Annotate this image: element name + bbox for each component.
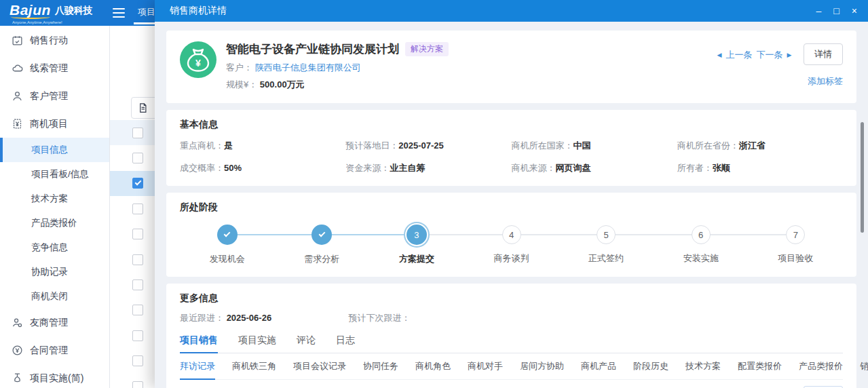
subtab-stage-history[interactable]: 阶段历史 xyxy=(633,353,668,379)
tab-project-implementation[interactable]: 项目实施 xyxy=(238,330,276,353)
row-checkbox[interactable] xyxy=(132,381,143,388)
subtab-visit-records[interactable]: 拜访记录 xyxy=(180,353,215,379)
row-checkbox[interactable] xyxy=(132,254,143,265)
menu-icon[interactable] xyxy=(113,8,125,18)
stage-step-7[interactable]: 7 项目验收 xyxy=(748,225,843,265)
money-bag-icon: ¥ xyxy=(180,41,216,78)
row-checkbox[interactable] xyxy=(132,305,143,315)
row-checkbox[interactable] xyxy=(132,229,143,239)
check-icon xyxy=(217,225,238,245)
prev-arrow-icon[interactable]: ◀ xyxy=(717,52,722,58)
tab-logs[interactable]: 日志 xyxy=(336,330,355,353)
sidebar-item-product-quote[interactable]: 产品类报价 xyxy=(0,211,109,235)
stage-step-3-current[interactable]: 3 方案提交 xyxy=(369,225,464,265)
table-row xyxy=(110,323,155,348)
opportunity-detail-modal: 销售商机详情 – □ × ¥ 智能电子设备产业链协同发展计划 解决方案 客户： xyxy=(155,0,868,388)
sidebar-item-opportunities[interactable]: 商机项目 xyxy=(0,110,109,138)
sidebar-item-assist-record[interactable]: 协助记录 xyxy=(0,260,109,284)
row-checkbox[interactable] xyxy=(132,153,143,163)
add-tag-link[interactable]: 添加标签 xyxy=(717,75,843,88)
sidebar-item-customers[interactable]: 客户管理 xyxy=(0,82,109,110)
customer-link[interactable]: 陕西电子信息集团有限公司 xyxy=(255,62,361,73)
solution-badge: 解决方案 xyxy=(405,42,449,56)
scale-value: 500.00万元 xyxy=(260,79,305,90)
customer-label: 客户： xyxy=(226,62,252,73)
subtab-iron-triangle[interactable]: 商机铁三角 xyxy=(232,353,276,379)
scale-label: 规模¥： xyxy=(226,79,257,90)
stage-card: 所处阶段 发现机会 需求分析 3 方案提交 4 商务谈判 xyxy=(166,193,856,277)
opportunity-summary-card: ¥ 智能电子设备产业链协同发展计划 解决方案 客户： 陕西电子信息集团有限公司 … xyxy=(166,31,856,103)
sidebar-item-project-info[interactable]: 项目信息 xyxy=(0,138,109,162)
table-row xyxy=(110,349,155,374)
more-info-title: 更多信息 xyxy=(180,292,843,305)
step-number: 7 xyxy=(786,225,805,244)
row-checkbox[interactable] xyxy=(132,203,143,214)
step-number: 5 xyxy=(597,225,616,244)
info-field: 商机所在国家：中国 xyxy=(512,140,677,152)
info-field: 预计落地日：2025-07-25 xyxy=(345,140,511,152)
subtab-opp-roles[interactable]: 商机角色 xyxy=(415,353,451,379)
next-record-link[interactable]: 下一条 xyxy=(756,49,782,61)
info-field: 商机来源：网页询盘 xyxy=(512,162,677,174)
sidebar: 销售行动 线索管理 客户管理 商机项目 项目信息 项目看板/信息 技术方案 产品… xyxy=(0,26,110,388)
subtab-sales-contract[interactable]: 销售合同 xyxy=(860,353,868,379)
next-arrow-icon[interactable]: ▶ xyxy=(787,52,791,58)
sidebar-item-project-board[interactable]: 项目看板/信息 xyxy=(0,162,109,187)
sidebar-item-sales-action[interactable]: 销售行动 xyxy=(0,26,109,54)
stage-step-6[interactable]: 6 安装实施 xyxy=(654,225,749,265)
row-checkbox[interactable] xyxy=(132,330,143,341)
subtab-intermediary[interactable]: 居间方协助 xyxy=(520,353,564,379)
subtab-collab-tasks[interactable]: 协同任务 xyxy=(363,353,398,379)
svg-text:¥: ¥ xyxy=(195,58,201,69)
app-logo: Bajun Anyone,Anytime,Anywhere! 八骏科技 xyxy=(0,2,93,24)
modal-scrollbar-thumb[interactable] xyxy=(861,122,864,233)
contract-icon xyxy=(12,345,23,356)
row-checkbox[interactable] xyxy=(132,279,143,290)
subtab-config-quote[interactable]: 配置类报价 xyxy=(738,353,782,379)
next-follow-field: 预计下次跟进： xyxy=(349,312,844,324)
subtab-meeting-records[interactable]: 项目会议记录 xyxy=(293,353,346,379)
table-row xyxy=(110,145,155,170)
close-icon[interactable]: × xyxy=(852,6,857,16)
cloud-icon xyxy=(12,62,23,74)
calendar-action-icon xyxy=(12,35,23,46)
row-checkbox[interactable] xyxy=(132,128,143,138)
sidebar-item-leads[interactable]: 线索管理 xyxy=(0,54,109,82)
sidebar-item-contracts[interactable]: 合同管理 xyxy=(0,336,109,364)
subtab-product-quote[interactable]: 产品类报价 xyxy=(799,353,843,379)
stage-step-2[interactable]: 需求分析 xyxy=(275,225,370,265)
row-checkbox[interactable] xyxy=(132,355,143,366)
row-checkbox-checked[interactable] xyxy=(132,178,143,189)
implement-icon xyxy=(12,372,23,384)
step-number: 4 xyxy=(502,225,521,244)
background-list-panel xyxy=(110,26,155,388)
document-icon xyxy=(138,102,148,113)
stage-step-4[interactable]: 4 商务谈判 xyxy=(464,225,559,265)
minimize-icon[interactable]: – xyxy=(816,6,822,16)
subtab-tech-plan[interactable]: 技术方案 xyxy=(685,353,721,379)
sidebar-item-opp-close[interactable]: 商机关闭 xyxy=(0,284,109,309)
tab-project-sales[interactable]: 项目销售 xyxy=(180,330,218,353)
tab-comments[interactable]: 评论 xyxy=(297,330,316,353)
modal-title: 销售商机详情 xyxy=(170,5,227,17)
sidebar-item-tech-plan[interactable]: 技术方案 xyxy=(0,187,109,211)
info-field: 成交概率：50% xyxy=(180,162,345,174)
subtab-opp-products[interactable]: 商机产品 xyxy=(581,353,616,379)
info-field: 所有者：张顺 xyxy=(677,162,843,174)
prev-record-link[interactable]: 上一条 xyxy=(725,49,752,61)
info-field: 资金来源：业主自筹 xyxy=(345,162,511,174)
detail-button[interactable]: 详情 xyxy=(804,43,843,65)
stage-step-1[interactable]: 发现机会 xyxy=(180,225,275,265)
logo-cn-text: 八骏科技 xyxy=(55,5,93,17)
maximize-icon[interactable]: □ xyxy=(833,6,839,16)
step-number: 3 xyxy=(407,225,427,245)
sidebar-item-competition[interactable]: 竞争信息 xyxy=(0,235,109,260)
sidebar-item-partners[interactable]: 友商管理 xyxy=(0,309,109,336)
table-row xyxy=(110,120,155,145)
stage-step-5[interactable]: 5 正式签约 xyxy=(559,225,654,265)
step-number: 6 xyxy=(692,225,711,244)
sidebar-item-implementation[interactable]: 项目实施(简) xyxy=(0,364,109,388)
basic-info-card: 基本信息 重点商机：是 预计落地日：2025-07-25 商机所在国家：中国 商… xyxy=(166,110,856,186)
subtab-opp-rivals[interactable]: 商机对手 xyxy=(468,353,503,379)
background-row-list xyxy=(110,120,155,388)
